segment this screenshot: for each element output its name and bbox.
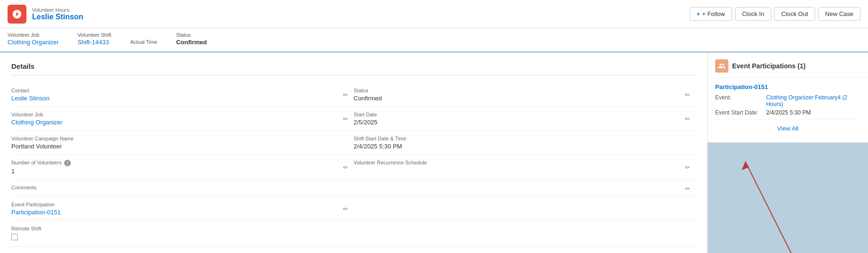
event-participations-card-icon — [715, 59, 728, 73]
app-name: Volunteer Hours — [32, 7, 83, 13]
status-field-label: Status — [354, 88, 696, 93]
shift-start-label: Shift Start Date & Time — [354, 136, 696, 141]
card-body: Participation-0151 Event: Clothing Organ… — [708, 78, 868, 142]
status-field-value: Confirmed — [354, 95, 696, 102]
vol-job-edit-icon[interactable]: ✏ — [343, 115, 348, 122]
status-value: Confirmed — [176, 39, 207, 46]
remote-shift-cell: Remote Shift — [11, 221, 696, 247]
meta-volunteer-shift: Volunteer Shift Shift-14433 — [77, 32, 111, 46]
participation-id-link[interactable]: Participation-0151 — [715, 83, 860, 90]
svg-marker-1 — [742, 162, 749, 170]
right-panel: Event Participations (1) Participation-0… — [708, 53, 868, 253]
remote-shift-checkbox-input[interactable] — [11, 234, 18, 240]
campaign-cell: Volunteer Campaign Name Portland Volunte… — [11, 131, 354, 155]
start-date-cell: Start Date 2/5/2025 ✏ — [354, 107, 696, 131]
app-icon — [8, 5, 26, 24]
event-detail-label: Event: — [715, 94, 762, 107]
remote-shift-checkbox — [11, 233, 696, 242]
recurrence-label: Volunteer Recurrence Schedule — [354, 160, 696, 165]
user-name[interactable]: Leslie Stinson — [32, 13, 83, 21]
view-all-link[interactable]: View All — [715, 120, 860, 137]
vol-job-link[interactable]: Clothing Organizer — [11, 119, 62, 126]
status-edit-icon[interactable]: ✏ — [685, 91, 690, 98]
plus-icon: + — [697, 10, 701, 17]
status-label: Status — [176, 32, 207, 38]
shift-start-value: 2/4/2025 5:30 PM — [354, 143, 696, 150]
volunteer-shift-label: Volunteer Shift — [77, 32, 111, 38]
num-volunteers-label: Number of Volunteers i — [11, 160, 354, 166]
campaign-value: Portland Volunteer — [11, 143, 354, 150]
remote-shift-label: Remote Shift — [11, 226, 696, 231]
people-icon — [718, 62, 726, 70]
status-cell: Status Confirmed ✏ — [354, 83, 696, 107]
start-date-edit-icon[interactable]: ✏ — [685, 115, 690, 122]
vol-job-label: Volunteer Job — [11, 112, 354, 117]
event-start-date-label: Event Start Date: — [715, 109, 762, 116]
card-header: Event Participations (1) — [708, 53, 868, 78]
start-date-value: 2/5/2025 — [354, 119, 696, 126]
event-start-date-value: 2/4/2025 5:30 PM — [766, 109, 811, 116]
actual-time-label: Actual Time — [130, 39, 157, 45]
follow-button[interactable]: + + Follow — [690, 7, 732, 21]
app-header: Volunteer Hours Leslie Stinson + + Follo… — [0, 0, 868, 28]
event-start-date-row: Event Start Date: 2/4/2025 5:30 PM — [715, 109, 860, 116]
comments-cell: Comments ✏ — [11, 180, 696, 197]
contact-label: Contact — [11, 88, 354, 93]
volunteer-job-label: Volunteer Job — [8, 32, 58, 38]
clock-out-button[interactable]: Clock Out — [774, 7, 815, 21]
event-participation-value: Participation-0151 — [11, 209, 354, 216]
comments-label: Comments — [11, 185, 696, 190]
meta-volunteer-job: Volunteer Job Clothing Organizer — [8, 32, 58, 46]
right-panel-lower — [708, 143, 868, 253]
details-panel: Details Contact Leslie Stinson ✏ Status … — [0, 53, 708, 253]
recurrence-cell: Volunteer Recurrence Schedule ✏ — [354, 155, 696, 180]
empty-cell — [354, 197, 696, 221]
vol-job-cell: Volunteer Job Clothing Organizer ✏ — [11, 107, 354, 131]
meta-status: Status Confirmed — [176, 32, 207, 46]
clock-in-button[interactable]: Clock In — [735, 7, 771, 21]
volunteer-job-link[interactable]: Clothing Organizer — [8, 39, 58, 46]
svg-line-0 — [745, 162, 802, 253]
event-participation-link[interactable]: Participation-0151 — [11, 209, 61, 216]
arrow-overlay — [708, 143, 868, 253]
volunteer-shift-link[interactable]: Shift-14433 — [77, 39, 109, 46]
vol-job-value: Clothing Organizer — [11, 119, 354, 126]
comments-edit-icon[interactable]: ✏ — [685, 185, 690, 192]
campaign-label: Volunteer Campaign Name — [11, 136, 354, 141]
form-grid: Contact Leslie Stinson ✏ Status Confirme… — [11, 83, 696, 247]
header-left: Volunteer Hours Leslie Stinson — [8, 5, 83, 24]
follow-label: + Follow — [702, 10, 725, 17]
header-actions: + + Follow Clock In Clock Out New Case — [690, 7, 860, 21]
contact-link[interactable]: Leslie Stinson — [11, 95, 50, 102]
event-participations-card: Event Participations (1) Participation-0… — [708, 53, 868, 143]
num-volunteers-info-icon: i — [64, 160, 71, 166]
recurrence-edit-icon[interactable]: ✏ — [685, 164, 690, 171]
contact-cell: Contact Leslie Stinson ✏ — [11, 83, 354, 107]
start-date-label: Start Date — [354, 112, 696, 117]
header-title-block: Volunteer Hours Leslie Stinson — [32, 7, 83, 21]
new-case-button[interactable]: New Case — [818, 7, 860, 21]
event-participation-cell: Event Participation Participation-0151 ✏ — [11, 197, 354, 221]
contact-edit-icon[interactable]: ✏ — [343, 91, 348, 98]
main-content: Details Contact Leslie Stinson ✏ Status … — [0, 53, 868, 253]
num-volunteers-value: 1 — [11, 168, 354, 175]
meta-bar: Volunteer Job Clothing Organizer Volunte… — [0, 28, 868, 53]
event-participations-title: Event Participations (1) — [732, 62, 806, 70]
meta-actual-time: Actual Time — [130, 39, 157, 46]
shift-start-cell: Shift Start Date & Time 2/4/2025 5:30 PM — [354, 131, 696, 155]
event-detail-row: Event: Clothing Organizer:February4 (2 H… — [715, 94, 860, 107]
event-participation-label: Event Participation — [11, 202, 354, 207]
event-detail-value[interactable]: Clothing Organizer:February4 (2 Hours) — [766, 94, 860, 107]
event-participation-edit-icon[interactable]: ✏ — [343, 205, 348, 212]
num-volunteers-edit-icon[interactable]: ✏ — [343, 164, 348, 171]
num-volunteers-cell: Number of Volunteers i 1 ✏ — [11, 155, 354, 180]
volunteer-hours-icon — [12, 9, 22, 19]
details-heading: Details — [11, 62, 696, 75]
contact-value: Leslie Stinson — [11, 95, 354, 102]
